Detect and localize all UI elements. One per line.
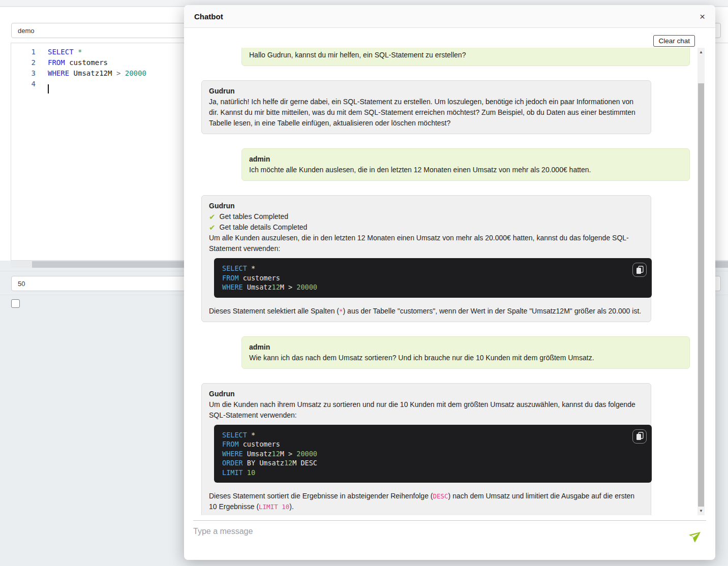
text-cursor [48,84,49,93]
task-status-label: Get tables Completed [220,211,288,222]
line-number: 1 [11,48,43,56]
line-number: 3 [11,69,43,77]
code-line: SELECT * [222,264,644,273]
check-icon: ✔ [209,211,216,222]
copy-icon [636,266,644,274]
code-line: WHERE Umsatz12M > 20000 [222,449,644,459]
code-line: FROM customers [222,273,644,283]
message-text: Um alle Kunden auszulesen, die in den le… [209,233,644,254]
editor-code-line: WHERE Umsatz12M > 20000 [43,69,146,77]
chat-message-bot: Gudrun ✔ Get tables Completed ✔ Get tabl… [201,195,651,322]
message-text: Um die Kunden nach ihrem Umsatz zu sorti… [209,399,644,421]
task-status-row: ✔ Get table details Completed [209,222,644,233]
message-author: Gudrun [209,86,644,97]
message-text: Dieses Statement sortiert die Ergebnisse… [209,491,644,512]
message-text: Ja, natürlich! Ich helfe dir gerne dabei… [209,97,644,129]
copy-code-button[interactable] [632,429,647,444]
editor-code-line: SELECT * [43,48,82,56]
dialog-title: Chatbot [194,12,700,21]
chat-message-user: admin Hallo Gudrun, kannst du mir helfen… [241,48,690,66]
task-status-row: ✔ Get tables Completed [209,211,644,222]
code-line: LIMIT 10 [222,468,644,478]
scroll-up-icon[interactable]: ▲ [697,48,705,56]
message-text: Ich möchte alle Kunden auslesen, die in … [249,165,682,175]
scroll-down-icon[interactable]: ▼ [697,507,705,515]
sql-code-block: SELECT * FROM customers WHERE Umsatz12M … [214,258,652,298]
message-author: admin [249,154,682,165]
code-line: WHERE Umsatz12M > 20000 [222,282,644,292]
editor-code-line: FROM customers [43,58,108,67]
check-icon: ✔ [209,222,216,233]
close-icon[interactable]: × [700,12,705,21]
code-line: FROM customers [222,439,644,449]
clear-chat-button[interactable]: Clear chat [653,35,695,47]
dialog-body: Clear chat admin Hallo Gudrun, kannst du… [184,28,715,558]
chat-message-user: admin Ich möchte alle Kunden auslesen, d… [241,148,690,181]
toolbar: Clear chat [193,35,706,47]
message-author: Gudrun [209,201,644,211]
chat-vertical-scrollbar[interactable]: ▲ ▼ [697,48,705,515]
chat-area: admin Hallo Gudrun, kannst du mir helfen… [193,48,706,515]
line-number: 2 [11,58,43,67]
message-input[interactable] [193,524,671,539]
copy-code-button[interactable] [632,263,647,277]
chat-message-bot: Gudrun Um die Kunden nach ihrem Umsatz z… [201,383,651,516]
chat-input-row [193,521,706,558]
chatbot-dialog: Chatbot × Clear chat admin Hallo Gudrun,… [184,5,715,560]
message-author: admin [249,342,682,353]
message-text: Wie kann ich das nach dem Umsatz sortier… [249,353,682,363]
dialog-header: Chatbot × [184,5,715,28]
message-text: Dieses Statement selektiert alle Spalten… [209,306,644,317]
chat-message-user: admin Wie kann ich das nach dem Umsatz s… [241,336,690,369]
sql-code-block: SELECT * FROM customers WHERE Umsatz12M … [214,425,652,483]
options-checkbox[interactable] [11,299,20,308]
line-number: 4 [11,80,43,88]
message-text: Hallo Gudrun, kannst du mir helfen, ein … [249,50,682,60]
message-author: Gudrun [209,389,644,399]
chat-message-list[interactable]: admin Hallo Gudrun, kannst du mir helfen… [193,48,693,515]
send-icon [687,526,705,545]
task-status-label: Get table details Completed [220,222,308,233]
code-line: ORDER BY Umsatz12M DESC [222,458,644,468]
send-button[interactable] [689,529,703,543]
scrollbar-thumb[interactable] [698,83,704,508]
copy-icon [636,432,644,441]
chat-message-bot: Gudrun Ja, natürlich! Ich helfe dir gern… [201,80,651,134]
code-line: SELECT * [222,430,644,440]
